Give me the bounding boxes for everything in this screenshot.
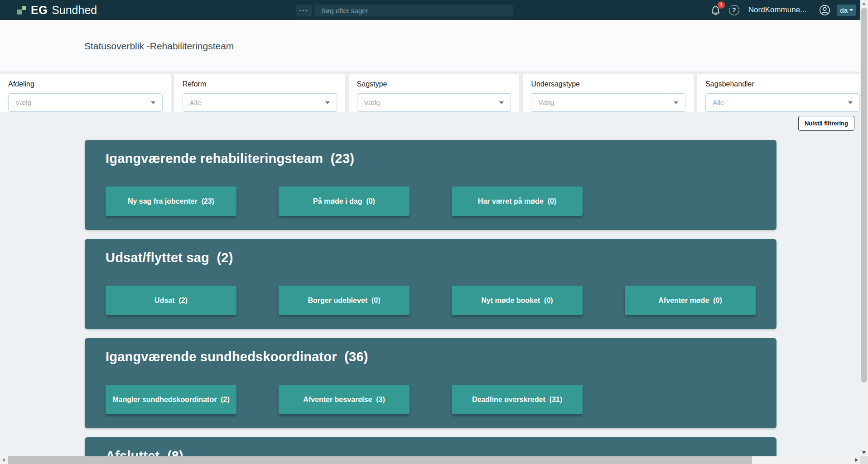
afdeling-select[interactable]: Vælg [8, 93, 163, 112]
eg-logo-icon [17, 5, 27, 15]
tenant-name[interactable]: NordKommune... [748, 5, 807, 14]
language-code: da [840, 6, 848, 14]
select-value: Vælg [15, 99, 31, 106]
sagstype-select[interactable]: Vælg [357, 93, 511, 112]
page-title: Statusoverblik -Rehabiliteringsteam [84, 41, 868, 52]
user-avatar-button[interactable] [819, 5, 830, 16]
scroll-right-arrow-icon[interactable] [855, 458, 858, 462]
vertical-scroll-thumb[interactable] [861, 8, 867, 383]
section-igangvaerende-rehabiliteringsteam: Igangværende rehabiliteringsteam (23) Ny… [85, 140, 776, 230]
notification-badge: 1 [718, 1, 725, 9]
brand-logo[interactable]: EG Sundhed [17, 0, 97, 20]
section-title: Igangværende rehabiliteringsteam (23) [106, 140, 776, 166]
status-button-har-vaeret-paa-moede[interactable]: Har været på møde (0) [452, 187, 583, 216]
notifications-button[interactable]: 1 [710, 5, 721, 16]
filter-strip: Afdeling Vælg Reform Alle Sagstype Vælg … [0, 72, 868, 112]
chevron-down-icon [151, 101, 155, 104]
filter-label: Sagsbehandler [705, 80, 860, 88]
language-selector[interactable]: da [837, 5, 856, 16]
select-value: Vælg [538, 99, 554, 106]
status-button-udsat[interactable]: Udsat (2) [106, 286, 236, 315]
filter-undersagstype: Undersagstype Vælg [523, 74, 694, 112]
chevron-down-icon [848, 101, 853, 104]
user-icon [819, 5, 830, 16]
status-button-ny-sag-fra-jobcenter[interactable]: Ny sag fra jobcenter (23) [106, 187, 236, 216]
status-button-nyt-moede-booket[interactable]: Nyt møde booket (0) [452, 286, 583, 315]
brand-eg-text: EG [31, 4, 48, 17]
status-button-afventer-moede[interactable]: Afventer møde (0) [625, 286, 756, 315]
topbar-right-cluster: 1 ? NordKommune... da [710, 0, 856, 20]
section-buttons: Udsat (2) Borger udeblevet (0) Nyt møde … [106, 286, 776, 315]
section-buttons: Ny sag fra jobcenter (23) På møde i dag … [106, 187, 776, 216]
topbar: EG Sundhed ··· 1 ? NordKommune... [0, 0, 868, 20]
filter-label: Reform [183, 80, 337, 88]
chevron-down-icon [499, 101, 504, 104]
scrollbar-corner [860, 456, 868, 464]
app-root: EG Sundhed ··· 1 ? NordKommune... [0, 0, 868, 464]
chevron-down-icon [325, 101, 330, 104]
scroll-left-arrow-icon[interactable] [2, 458, 5, 462]
status-sections: Igangværende rehabiliteringsteam (23) Ny… [85, 140, 776, 464]
select-value: Alle [190, 99, 201, 106]
status-button-afventer-besvarelse[interactable]: Afventer besvarelse (3) [279, 385, 410, 414]
filter-label: Afdeling [8, 80, 163, 88]
reset-filters-button[interactable]: Nulstil filtrering [798, 116, 854, 131]
scroll-up-arrow-icon[interactable] [862, 2, 866, 5]
select-value: Alle [713, 99, 724, 106]
scroll-down-arrow-icon[interactable] [862, 451, 866, 454]
vertical-scrollbar[interactable] [860, 0, 868, 456]
status-button-deadline-overskredet[interactable]: Deadline overskredet (31) [452, 385, 583, 414]
search-input[interactable] [315, 5, 513, 16]
undersagstype-select[interactable]: Vælg [531, 93, 685, 112]
filter-sagstype: Sagstype Vælg [349, 74, 520, 112]
sagsbehandler-select[interactable]: Alle [705, 93, 860, 112]
filter-reform: Reform Alle [174, 74, 345, 112]
section-igangvaerende-sundhedskoordinator: Igangværende sundhedskoordinator (36) Ma… [85, 338, 776, 428]
filter-label: Sagstype [357, 80, 511, 88]
horizontal-scroll-thumb[interactable] [8, 456, 752, 464]
section-title: Igangværende sundhedskoordinator (36) [106, 338, 776, 364]
status-button-mangler-sundhedskoordinator[interactable]: Mangler sundhedskoordinator (2) [106, 385, 236, 414]
filter-sagsbehandler: Sagsbehandler Alle [697, 74, 868, 112]
reset-row: Nulstil filtrering [0, 112, 868, 140]
status-button-borger-udeblevet[interactable]: Borger udeblevet (0) [279, 286, 410, 315]
brand-product-text: Sundhed [52, 4, 97, 17]
section-udsat-flyttet-sag: Udsat/flyttet sag (2) Udsat (2) Borger u… [85, 239, 776, 329]
chevron-down-icon [849, 9, 853, 11]
chevron-down-icon [674, 101, 678, 104]
reform-select[interactable]: Alle [183, 93, 337, 112]
section-title: Udsat/flyttet sag (2) [106, 239, 776, 265]
page-header: Statusoverblik -Rehabiliteringsteam [0, 20, 868, 72]
status-button-paa-moede-i-dag[interactable]: På møde i dag (0) [279, 187, 410, 216]
filter-afdeling: Afdeling Vælg [0, 74, 171, 112]
help-icon[interactable]: ? [729, 5, 739, 15]
more-options-button[interactable]: ··· [296, 5, 312, 16]
section-buttons: Mangler sundhedskoordinator (2) Afventer… [106, 385, 776, 414]
select-value: Vælg [364, 99, 380, 106]
filter-label: Undersagstype [531, 80, 685, 88]
horizontal-scrollbar[interactable] [0, 456, 860, 464]
